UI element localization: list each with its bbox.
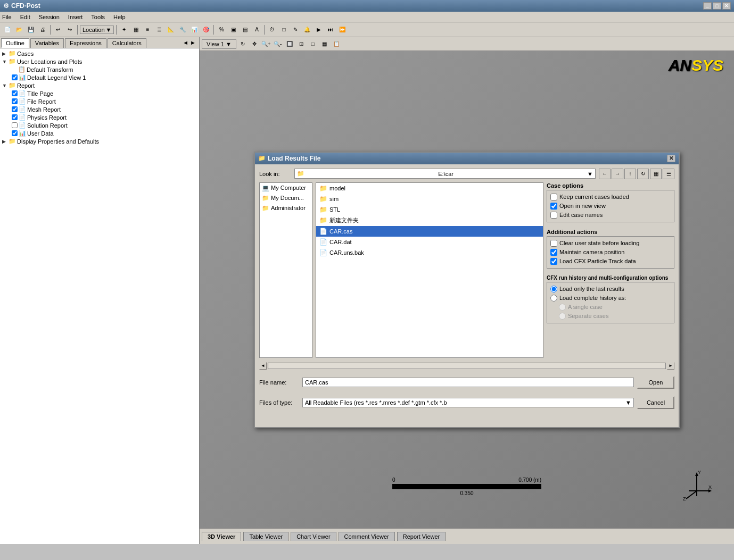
open-new-view-checkbox[interactable]	[550, 203, 557, 210]
keep-current-checkbox[interactable]	[550, 194, 557, 200]
edit-case-names-checkbox[interactable]	[550, 212, 557, 219]
toolbar-btn-5[interactable]: 📐	[166, 24, 176, 35]
nav-forward-button[interactable]: →	[612, 169, 623, 179]
tree-item-default-transform[interactable]: 📋 Default Transform	[1, 65, 198, 73]
tree-item-user-locations[interactable]: ▼ 📁 User Locations and Plots	[1, 57, 198, 65]
tree-checkbox[interactable]	[12, 106, 18, 112]
menu-edit[interactable]: Edit	[20, 14, 30, 20]
tab-variables[interactable]: Variables	[30, 38, 64, 48]
toolbar-btn-2[interactable]: ▦	[130, 24, 141, 35]
view-extra-btn[interactable]: 📋	[331, 39, 342, 49]
view-grid-btn[interactable]: ▦	[319, 39, 330, 49]
file-tree-item-documents[interactable]: 📁 My Docum...	[260, 193, 312, 203]
nav-view2-button[interactable]: ☰	[663, 169, 674, 179]
open-button[interactable]: Open	[637, 376, 674, 389]
view-pan-btn[interactable]: ✥	[249, 39, 260, 49]
look-in-combo[interactable]: 📁 E:\car ▼	[294, 169, 596, 179]
tree-item-report[interactable]: ▼ 📁 Report	[1, 81, 198, 89]
toolbar-btn-6[interactable]: 🔧	[177, 24, 188, 35]
file-item-car-dat[interactable]: 📄 CAR.dat	[316, 237, 543, 247]
file-item-car-uns-bak[interactable]: 📄 CAR.uns.bak	[316, 247, 543, 258]
tree-item-default-legend[interactable]: 📊 Default Legend View 1	[1, 73, 198, 81]
view-rotate-btn[interactable]: ↻	[237, 39, 248, 49]
toolbar-btn-12[interactable]: A	[251, 24, 262, 35]
tree-checkbox[interactable]	[12, 122, 18, 128]
nav-back-button[interactable]: ←	[599, 169, 611, 179]
toolbar-btn-13[interactable]: ⏱	[267, 24, 277, 35]
toolbar-btn-16[interactable]: 🔔	[302, 24, 312, 35]
load-cfx-checkbox[interactable]	[550, 258, 557, 265]
file-name-input[interactable]	[302, 378, 634, 387]
location-dropdown[interactable]: Location ▼	[80, 26, 114, 34]
file-item-sim[interactable]: 📁 sim	[316, 194, 543, 204]
toolbar-btn-15[interactable]: ✎	[290, 24, 301, 35]
last-results-radio[interactable]	[550, 286, 557, 292]
toolbar-btn-17[interactable]: ▶	[314, 24, 324, 35]
view-zoom-in-btn[interactable]: 🔍+	[261, 39, 271, 49]
view-box-btn[interactable]: □	[308, 39, 318, 49]
toolbar-btn-10[interactable]: ▣	[228, 24, 238, 35]
toolbar-btn-8[interactable]: 🎯	[201, 24, 211, 35]
file-tree-item-administrator[interactable]: 📁 Administrator	[260, 203, 312, 213]
tree-item-user-data[interactable]: 📊 User Data	[1, 129, 198, 137]
tab-comment-viewer[interactable]: Comment Viewer	[339, 532, 395, 541]
file-item-stl[interactable]: 📁 STL	[316, 204, 543, 215]
tab-chart-viewer[interactable]: Chart Viewer	[291, 532, 336, 541]
file-item-model[interactable]: 📁 model	[316, 183, 543, 194]
toolbar-btn-3[interactable]: ≡	[142, 24, 153, 35]
toolbar-btn-11[interactable]: ▤	[240, 24, 250, 35]
tab-table-viewer[interactable]: Table Viewer	[243, 532, 288, 541]
menu-file[interactable]: File	[2, 14, 12, 20]
tree-checkbox[interactable]	[12, 114, 18, 120]
toolbar-btn-4[interactable]: ≣	[154, 24, 164, 35]
view-zoom-box-btn[interactable]: 🔲	[284, 39, 295, 49]
tab-report-viewer[interactable]: Report Viewer	[397, 532, 446, 541]
single-case-radio[interactable]	[559, 304, 566, 311]
view-fit-btn[interactable]: ⊡	[296, 39, 307, 49]
file-item-car-cas[interactable]: 📄 CAR.cas	[316, 226, 543, 237]
new-button[interactable]: 📄	[2, 24, 13, 35]
tree-checkbox[interactable]	[12, 90, 18, 96]
tree-checkbox[interactable]	[12, 98, 18, 104]
view-zoom-out-btn[interactable]: 🔍-	[273, 39, 283, 49]
maximize-button[interactable]: □	[713, 2, 721, 10]
view-dropdown[interactable]: View 1 ▼	[202, 39, 236, 49]
menu-session[interactable]: Session	[39, 14, 60, 20]
toolbar-btn-7[interactable]: 📊	[189, 24, 200, 35]
tree-item-display-properties[interactable]: ▶ 📁 Display Properties and Defaults	[1, 137, 198, 145]
separate-cases-radio[interactable]	[559, 313, 566, 320]
menu-help[interactable]: Help	[113, 14, 126, 20]
toolbar-btn-9[interactable]: %	[216, 24, 227, 35]
print-button[interactable]: 🖨	[37, 24, 48, 35]
file-item-new-folder[interactable]: 📁 新建文件夹	[316, 215, 543, 226]
tab-arrow[interactable]: ◄ ►	[180, 38, 198, 48]
tree-item-physics-report[interactable]: 📄 Physics Report	[1, 113, 198, 121]
tree-item-title-page[interactable]: 📄 Title Page	[1, 89, 198, 97]
redo-button[interactable]: ↪	[64, 24, 75, 35]
cancel-button[interactable]: Cancel	[637, 396, 674, 409]
toolbar-btn-14[interactable]: □	[278, 24, 289, 35]
menu-tools[interactable]: Tools	[91, 14, 105, 20]
nav-refresh-button[interactable]: ↻	[637, 169, 649, 179]
tree-item-cases[interactable]: ▶ 📁 Cases	[1, 49, 198, 57]
tree-checkbox[interactable]	[12, 74, 18, 80]
tab-expressions[interactable]: Expressions	[65, 38, 106, 48]
tree-item-file-report[interactable]: 📄 File Report	[1, 97, 198, 105]
toolbar-btn-18[interactable]: ⏭	[325, 24, 336, 35]
toolbar-btn-1[interactable]: ✦	[119, 24, 129, 35]
open-button[interactable]: 📂	[14, 24, 24, 35]
complete-history-radio[interactable]	[550, 295, 557, 302]
file-tree-item-computer[interactable]: 💻 My Computer	[260, 183, 312, 193]
close-button[interactable]: ✕	[722, 2, 731, 10]
menu-insert[interactable]: Insert	[68, 14, 83, 20]
undo-button[interactable]: ↩	[53, 24, 63, 35]
dialog-close-button[interactable]: ✕	[667, 155, 675, 162]
nav-up-button[interactable]: ↑	[624, 169, 636, 179]
tab-3d-viewer[interactable]: 3D Viewer	[202, 532, 241, 541]
tree-checkbox[interactable]	[12, 130, 18, 136]
files-of-type-combo[interactable]: All Readable Files (res *.res *.mres *.d…	[302, 398, 634, 407]
tree-item-mesh-report[interactable]: 📄 Mesh Report	[1, 105, 198, 113]
tab-calculators[interactable]: Calculators	[108, 38, 146, 48]
maintain-camera-checkbox[interactable]	[550, 249, 557, 256]
scroll-left-button[interactable]: ◄	[259, 362, 267, 370]
